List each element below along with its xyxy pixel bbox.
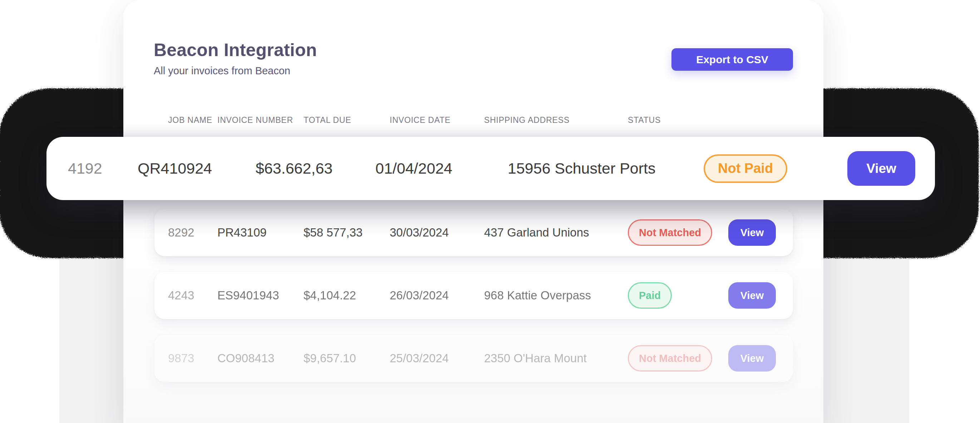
column-header-invoice-number: INVOICE NUMBER xyxy=(217,116,304,125)
table-row[interactable]: 4243 ES9401943 $4,104.22 26/03/2024 968 … xyxy=(154,272,793,319)
job-name-cell: 4243 xyxy=(168,289,217,302)
featured-invoice-row[interactable]: 4192 QR410924 $63.662,63 01/04/2024 1595… xyxy=(46,137,935,200)
column-header-shipping-address: SHIPPING ADDRESS xyxy=(484,116,628,125)
total-due-cell: $9,657.10 xyxy=(304,352,390,365)
invoice-date-cell: 01/04/2024 xyxy=(375,160,508,177)
shipping-address-cell: 968 Kattie Overpass xyxy=(484,289,628,302)
job-name-cell: 9873 xyxy=(168,352,217,365)
total-due-cell: $58 577,33 xyxy=(304,226,390,239)
column-header-status: STATUS xyxy=(628,116,728,125)
status-badge: Paid xyxy=(628,282,672,309)
shipping-address-cell: 15956 Schuster Ports xyxy=(508,160,704,177)
table-row[interactable]: 9873 CO908413 $9,657.10 25/03/2024 2350 … xyxy=(154,335,793,382)
invoice-date-cell: 30/03/2024 xyxy=(390,226,484,239)
invoice-number-cell: ES9401943 xyxy=(217,289,304,302)
job-name-cell: 8292 xyxy=(168,226,217,239)
status-badge: Not Matched xyxy=(628,219,712,246)
view-button[interactable]: View xyxy=(728,282,776,309)
view-button[interactable]: View xyxy=(728,345,776,372)
invoice-date-cell: 26/03/2024 xyxy=(390,289,484,302)
view-button[interactable]: View xyxy=(847,151,915,186)
total-due-cell: $63.662,63 xyxy=(256,160,375,177)
export-to-csv-button[interactable]: Export to CSV xyxy=(671,48,793,71)
view-button[interactable]: View xyxy=(728,219,776,246)
shipping-address-cell: 2350 O'Hara Mount xyxy=(484,352,628,365)
column-header-job-name: JOB NAME xyxy=(168,116,217,125)
table-header-row: JOB NAME INVOICE NUMBER TOTAL DUE INVOIC… xyxy=(168,116,794,125)
page-title: Beacon Integration xyxy=(154,40,317,60)
shipping-address-cell: 437 Garland Unions xyxy=(484,226,628,239)
table-row[interactable]: 8292 PR43109 $58 577,33 30/03/2024 437 G… xyxy=(154,209,793,256)
page: Beacon Integration All your invoices fro… xyxy=(0,0,980,423)
status-badge: Not Matched xyxy=(628,345,712,372)
invoice-number-cell: CO908413 xyxy=(217,352,304,365)
column-header-invoice-date: INVOICE DATE xyxy=(390,116,484,125)
card-header: Beacon Integration All your invoices fro… xyxy=(154,40,317,77)
invoice-number-cell: QR410924 xyxy=(138,160,256,177)
invoices-card: Beacon Integration All your invoices fro… xyxy=(123,0,823,423)
invoice-date-cell: 25/03/2024 xyxy=(390,352,484,365)
invoice-number-cell: PR43109 xyxy=(217,226,304,239)
job-name-cell: 4192 xyxy=(68,160,138,177)
total-due-cell: $4,104.22 xyxy=(304,289,390,302)
status-badge: Not Paid xyxy=(704,154,787,183)
column-header-total-due: TOTAL DUE xyxy=(304,116,390,125)
page-subtitle: All your invoices from Beacon xyxy=(154,65,317,77)
